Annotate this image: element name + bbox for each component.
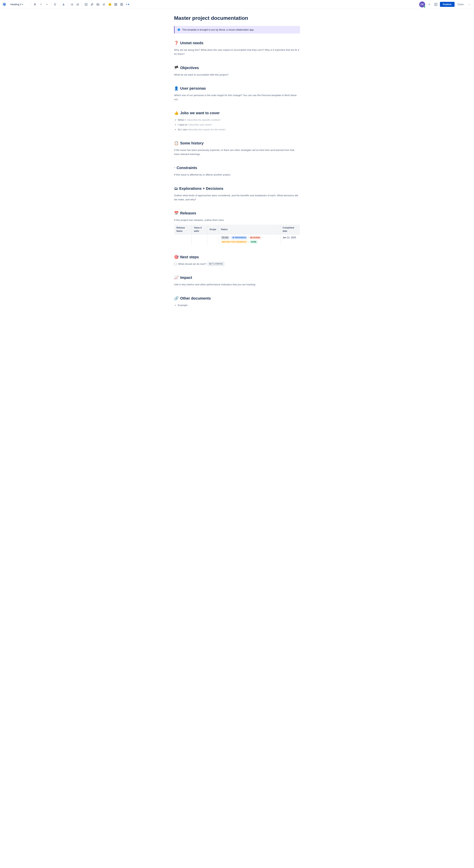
- cell-release-name[interactable]: [174, 234, 192, 245]
- section-body-constraints[interactable]: If this issue is affected by or affects …: [174, 173, 300, 177]
- bullet-list-button[interactable]: [69, 2, 74, 7]
- section-heading-explorations: 🗂 Explorations + Decisions: [174, 186, 300, 191]
- heading-text-next-steps: Next steps: [180, 254, 199, 260]
- badge-separator: /: [249, 240, 249, 244]
- bold-button[interactable]: B: [32, 2, 38, 7]
- constraints-icon: ··: [174, 166, 175, 170]
- col-header-completed-date: Completed date: [280, 224, 300, 234]
- numbered-list-button[interactable]: 1.2.3.: [75, 2, 81, 7]
- svg-rect-24: [122, 3, 123, 5]
- heading-text-objectives: Objectives: [180, 65, 199, 70]
- section-some-history: 📋 Some history If the issue has been pre…: [174, 141, 300, 156]
- emoji-user-personas: 👤: [174, 86, 179, 91]
- svg-rect-0: [54, 3, 56, 4]
- next-step-text[interactable]: What should we do next?: [178, 262, 206, 266]
- section-body-user-personas[interactable]: Which one of our personas is the main ta…: [174, 93, 300, 101]
- bullet-prefix: I want to: [178, 123, 188, 126]
- svg-rect-14: [77, 5, 79, 5]
- svg-rect-6: [71, 4, 73, 5]
- list-item[interactable]: When I <describe the specific context>: [178, 118, 300, 122]
- cell-completed-date[interactable]: Jan 21, 2020: [280, 234, 300, 245]
- next-step-checkbox[interactable]: [174, 263, 177, 265]
- section-heading-objectives: 🏴 Objectives: [174, 65, 300, 70]
- releases-table: Release Name Value it adds Scope Status …: [174, 224, 300, 245]
- set-status-badge[interactable]: SET A STATUS: [208, 262, 224, 266]
- emoji-unmet-needs: ❓: [174, 40, 179, 46]
- svg-point-7: [71, 5, 71, 5]
- badge-todo[interactable]: TO DO: [221, 236, 229, 239]
- page-title[interactable]: Master project documentation: [174, 15, 300, 22]
- section-explorations: 🗂 Explorations + Decisions Outline what …: [174, 186, 300, 202]
- badge-blocked[interactable]: BLOCKED: [249, 236, 261, 239]
- heading-select-label: Heading 2: [10, 3, 21, 6]
- mention-button[interactable]: @: [101, 2, 106, 7]
- toolbar: Heading 2 ▾ B I ··· A 1.2.3. @ 🙂: [0, 0, 474, 9]
- section-body-unmet-needs[interactable]: Why are we doing this? What does the use…: [174, 48, 300, 56]
- cell-value-adds[interactable]: [192, 234, 207, 245]
- badge-waiting[interactable]: WAITING FOR FEEDBACK: [221, 240, 248, 244]
- section-heading-constraints: ·· Constraints: [174, 165, 300, 170]
- section-heading-unmet-needs: ❓ Unmet needs: [174, 40, 300, 46]
- table-button[interactable]: [113, 2, 118, 7]
- bullet-prefix: So I can: [178, 128, 187, 131]
- cell-scope[interactable]: [207, 234, 219, 245]
- insert-more-button[interactable]: + ▾: [125, 2, 130, 7]
- heading-text-unmet-needs: Unmet needs: [180, 40, 203, 46]
- list-item[interactable]: So I can<describe the reason for the nee…: [178, 128, 300, 132]
- section-heading-user-personas: 👤 User personas: [174, 86, 300, 91]
- info-banner: 🔷 This template is brought to you by Mur…: [174, 26, 300, 33]
- badge-separator: /: [248, 236, 249, 239]
- table-row[interactable]: TO DO / IN PROGRESS / BLOCKED / WAITING …: [174, 234, 300, 245]
- toolbar-divider-2: [51, 2, 51, 7]
- bullet-placeholder: <describe the reason for the need>: [187, 128, 226, 131]
- avatar[interactable]: CK: [419, 1, 425, 7]
- section-body-objectives[interactable]: What do we want to accomplish with this …: [174, 73, 300, 77]
- section-body-explorations[interactable]: Outline what kinds of approaches were co…: [174, 193, 300, 202]
- publish-button[interactable]: Publish: [440, 2, 454, 7]
- list-item[interactable]: Example: [178, 303, 300, 307]
- svg-rect-23: [121, 3, 122, 5]
- align-button[interactable]: [53, 2, 58, 7]
- col-header-release-name: Release Name: [174, 224, 192, 234]
- status-badges: TO DO / IN PROGRESS / BLOCKED / WAITING …: [221, 236, 278, 244]
- badge-done[interactable]: DONE: [250, 240, 258, 244]
- section-body-impact[interactable]: Add in key metrics and other performance…: [174, 283, 300, 287]
- badge-inprogress[interactable]: IN PROGRESS: [231, 236, 247, 239]
- svg-rect-1: [54, 4, 56, 5]
- svg-rect-10: [77, 4, 79, 4]
- text-color-button[interactable]: A: [61, 2, 66, 7]
- emoji-button[interactable]: 🙂: [107, 2, 113, 7]
- heading-select[interactable]: Heading 2 ▾: [9, 2, 29, 6]
- col-header-value-adds: Value it adds: [192, 224, 207, 234]
- italic-button[interactable]: I: [38, 2, 43, 7]
- emoji-next-steps: 🎯: [174, 254, 179, 260]
- page-content: Master project documentation 🔷 This temp…: [167, 9, 307, 331]
- jobs-list: When I <describe the specific context> I…: [174, 118, 300, 131]
- image-button[interactable]: [95, 2, 100, 7]
- version-history-button[interactable]: [433, 2, 438, 7]
- link-button[interactable]: [89, 2, 95, 7]
- section-body-some-history[interactable]: If the issue has been previously explore…: [174, 148, 300, 156]
- avatar-badge: [424, 6, 425, 8]
- section-jobs: 👍 Jobs we want to cover When I <describe…: [174, 110, 300, 131]
- bullet-placeholder: <describe the specific context>: [186, 119, 221, 121]
- task-button[interactable]: [84, 2, 89, 7]
- more-text-button[interactable]: ···: [44, 2, 50, 7]
- more-options-button[interactable]: ···: [467, 2, 472, 7]
- section-heading-some-history: 📋 Some history: [174, 141, 300, 146]
- logo-icon[interactable]: [2, 2, 7, 7]
- svg-rect-12: [77, 4, 79, 5]
- heading-text-other-documents: Other documents: [180, 296, 211, 301]
- list-item[interactable]: I want to <describe user need>: [178, 123, 300, 127]
- section-other-documents: 🔗 Other documents Example: [174, 296, 300, 307]
- svg-rect-8: [71, 5, 73, 5]
- cell-status[interactable]: TO DO / IN PROGRESS / BLOCKED / WAITING …: [219, 234, 280, 245]
- add-collaborator-button[interactable]: +: [426, 2, 432, 7]
- chevron-down-icon: ▾: [22, 3, 23, 5]
- close-button[interactable]: Close: [456, 2, 465, 7]
- svg-rect-4: [71, 4, 73, 4]
- heading-text-constraints: Constraints: [177, 165, 197, 170]
- column-button[interactable]: [119, 2, 124, 7]
- avatar-initials: CK: [420, 3, 424, 6]
- section-heading-other-documents: 🔗 Other documents: [174, 296, 300, 301]
